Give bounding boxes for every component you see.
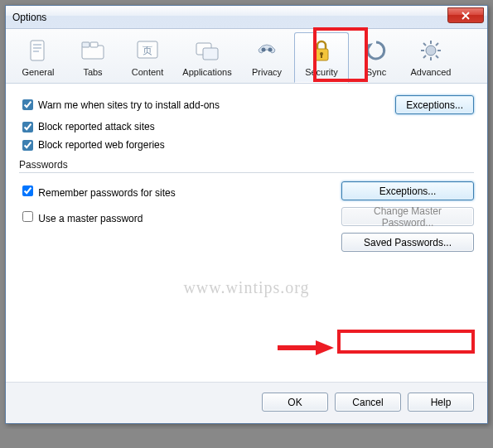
cancel-button[interactable]: Cancel	[335, 393, 401, 412]
tab-advanced[interactable]: Advanced	[404, 32, 458, 83]
block-attack-label: Block reported attack sites	[38, 121, 155, 132]
watermark: www.wintips.org	[183, 278, 309, 297]
tab-general[interactable]: General	[11, 32, 65, 83]
svg-line-23	[436, 43, 438, 46]
tab-privacy-label: Privacy	[252, 67, 282, 77]
svg-line-22	[436, 55, 438, 58]
svg-rect-2	[33, 47, 41, 49]
saved-passwords-button[interactable]: Saved Passwords...	[341, 233, 474, 252]
dialog-button-bar: OK Cancel Help	[6, 382, 487, 423]
content-icon: 页	[133, 36, 162, 65]
tab-tabs-label: Tabs	[83, 67, 102, 77]
svg-rect-15	[321, 55, 322, 58]
warn-addons-checkbox[interactable]: Warn me when sites try to install add-on…	[19, 99, 220, 111]
svg-rect-3	[33, 51, 39, 52]
advanced-icon	[417, 36, 445, 65]
tab-applications[interactable]: Applications	[175, 32, 239, 83]
block-attack-checkbox[interactable]: Block reported attack sites	[19, 121, 155, 132]
remember-passwords-label: Remember passwords for sites	[38, 187, 175, 199]
svg-rect-1	[33, 44, 41, 46]
tab-content[interactable]: 页 Content	[120, 32, 175, 83]
ok-button[interactable]: OK	[262, 393, 328, 412]
svg-line-21	[423, 43, 426, 46]
svg-marker-26	[316, 340, 334, 355]
remember-passwords-checkbox[interactable]: Remember passwords for sites	[19, 183, 333, 199]
highlight-saved-passwords	[337, 330, 475, 354]
close-icon	[462, 12, 470, 20]
master-password-checkbox[interactable]: Use a master password	[19, 209, 333, 224]
tab-sync-label: Sync	[366, 67, 386, 77]
tab-content-label: Content	[132, 67, 164, 77]
help-button[interactable]: Help	[408, 393, 474, 412]
svg-rect-10	[203, 48, 218, 60]
sync-icon	[362, 36, 390, 65]
svg-point-11	[262, 48, 266, 52]
change-master-password-button: Change Master Password...	[341, 207, 474, 226]
window-title: Options	[12, 12, 46, 23]
block-forgeries-checkbox[interactable]: Block reported web forgeries	[19, 139, 165, 151]
block-forgeries-label: Block reported web forgeries	[38, 139, 165, 151]
tab-sync[interactable]: Sync	[349, 32, 404, 83]
svg-rect-6	[90, 42, 98, 47]
passwords-group-label: Passwords	[19, 159, 474, 171]
privacy-icon	[253, 36, 281, 65]
titlebar: Options	[6, 6, 487, 29]
addons-exceptions-button[interactable]: Exceptions...	[395, 95, 474, 114]
svg-rect-5	[82, 42, 89, 47]
divider	[19, 172, 474, 173]
svg-text:页: 页	[143, 45, 152, 56]
tab-tabs[interactable]: Tabs	[65, 32, 120, 83]
general-icon	[24, 36, 52, 65]
category-toolbar: General Tabs 页 Content Applications Priv…	[6, 29, 487, 84]
tab-applications-label: Applications	[182, 67, 231, 77]
security-icon	[307, 36, 336, 65]
warn-addons-label: Warn me when sites try to install add-on…	[38, 99, 220, 111]
svg-line-24	[423, 55, 426, 58]
tab-security-label: Security	[305, 67, 338, 77]
passwords-exceptions-button[interactable]: Exceptions...	[341, 181, 474, 200]
tabs-icon	[79, 36, 107, 65]
options-dialog: Options General Tabs 页 Content	[5, 5, 488, 424]
tab-advanced-label: Advanced	[411, 67, 452, 77]
security-panel: Warn me when sites try to install add-on…	[6, 84, 487, 382]
close-button[interactable]	[447, 7, 484, 23]
tab-general-label: General	[22, 67, 54, 77]
svg-point-12	[268, 48, 273, 52]
tab-security[interactable]: Security	[294, 32, 349, 83]
tab-privacy[interactable]: Privacy	[239, 32, 294, 83]
svg-point-16	[426, 46, 436, 55]
applications-icon	[193, 36, 221, 65]
master-password-label: Use a master password	[38, 213, 143, 224]
arrow-icon	[276, 339, 334, 357]
